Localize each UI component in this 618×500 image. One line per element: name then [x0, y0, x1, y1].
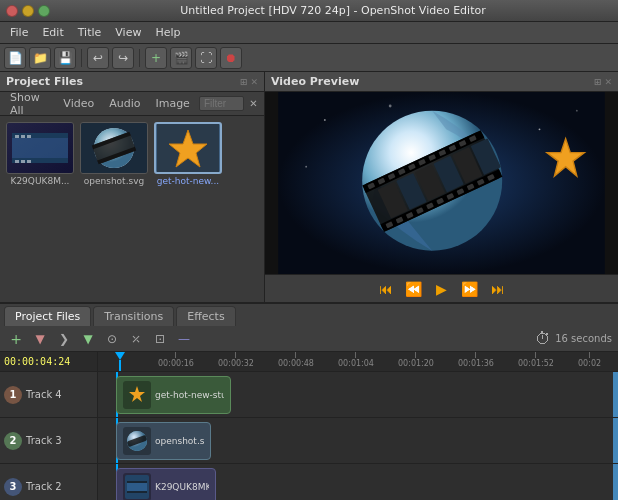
- tab-effects[interactable]: Effects: [176, 306, 235, 326]
- video-panel-resize-icon[interactable]: ⊞ ✕: [594, 77, 612, 87]
- timeline-tracks: 00:00:16 00:00:32 00:00:48 00:01:04 00:0…: [98, 352, 618, 500]
- svg-point-22: [576, 110, 578, 112]
- ruler-label-2: 00:00:48: [278, 359, 314, 368]
- playhead-arrow: [115, 352, 125, 360]
- timeline-content: 00:00:04:24 1 Track 4 2 Track 3 3 Track …: [0, 352, 618, 500]
- video-preview-panel: Video Preview ⊞ ✕: [265, 72, 618, 302]
- ruler-label-4: 00:01:20: [398, 359, 434, 368]
- center-playhead-button[interactable]: ⊙: [102, 329, 122, 349]
- file-label-1: openshot.svg: [84, 176, 144, 186]
- clip-name-2: K29QUK8MK5.png: [155, 482, 209, 492]
- jump-end-button[interactable]: ⏭: [488, 279, 508, 299]
- svg-rect-4: [15, 135, 19, 138]
- project-files-toolbar: Show All Video Audio Image ✕: [0, 92, 264, 116]
- play-button[interactable]: ▶: [432, 279, 452, 299]
- project-files-panel: Project Files ⊞ ✕ Show All Video Audio I…: [0, 72, 265, 302]
- toolbar-separator-1: [81, 49, 82, 67]
- jump-start-button[interactable]: ⏮: [376, 279, 396, 299]
- timeline: + ▼ ❯ ▼ ⊙ ⤫ ⊡ — ⏱ 16 seconds 00:00:04:24…: [0, 326, 618, 500]
- ruler-tick-3: [355, 352, 356, 358]
- main-area: Project Files ⊞ ✕ Show All Video Audio I…: [0, 72, 618, 302]
- timeline-ruler: 00:00:16 00:00:32 00:00:48 00:01:04 00:0…: [98, 352, 618, 372]
- ruler-mark-4: 00:01:20: [398, 352, 434, 368]
- ruler-tick-1: [235, 352, 236, 358]
- clip-get-hot[interactable]: get-hot-new-stuff.png: [116, 376, 231, 414]
- track-label-4: 1 Track 4: [0, 372, 97, 418]
- ruler-label-7: 00:02: [578, 359, 601, 368]
- timecode-value: 00:00:04:24: [4, 356, 70, 367]
- panel-resize-icon[interactable]: ⊞ ✕: [240, 77, 258, 87]
- track-num-2: 2: [4, 432, 22, 450]
- ruler-tick-5: [475, 352, 476, 358]
- export-button[interactable]: 🎬: [170, 47, 192, 69]
- video-controls: ⏮ ⏪ ▶ ⏩ ⏭: [265, 274, 618, 302]
- svg-rect-6: [27, 135, 31, 138]
- clear-filter-button[interactable]: ✕: [247, 96, 260, 112]
- file-item-0[interactable]: K29QUK8M...: [6, 122, 74, 186]
- new-button[interactable]: 📄: [4, 47, 26, 69]
- tab-project-files[interactable]: Project Files: [4, 306, 91, 326]
- timeline-btn-2[interactable]: ❯: [54, 329, 74, 349]
- file-label-2: get-hot-new...: [157, 176, 219, 186]
- track-label-2: 3 Track 2: [0, 464, 97, 500]
- maximize-button[interactable]: [38, 5, 50, 17]
- menu-title[interactable]: Title: [72, 24, 108, 41]
- timeline-btn-3[interactable]: ▼: [78, 329, 98, 349]
- track-blue-bar-4: [613, 372, 618, 417]
- window-title: Untitled Project [HDV 720 24p] - OpenSho…: [54, 4, 612, 17]
- file-item-2[interactable]: get-hot-new...: [154, 122, 222, 186]
- close-button[interactable]: [6, 5, 18, 17]
- rewind-button[interactable]: ⏪: [404, 279, 424, 299]
- track-num-3: 3: [4, 478, 22, 496]
- file-thumbnail-0: [6, 122, 74, 174]
- track-num-1: 1: [4, 386, 22, 404]
- add-track-button[interactable]: +: [6, 329, 26, 349]
- svg-rect-2: [12, 133, 68, 138]
- playhead-line-ruler: [119, 360, 121, 372]
- record-button[interactable]: ⏺: [220, 47, 242, 69]
- full-screen-button[interactable]: ⛶: [195, 47, 217, 69]
- ruler-label-1: 00:00:32: [218, 359, 254, 368]
- openshot-thumbnail-svg: [81, 123, 147, 173]
- undo-button[interactable]: ↩: [87, 47, 109, 69]
- svg-point-23: [305, 166, 307, 168]
- import-button[interactable]: +: [145, 47, 167, 69]
- tab-show-all[interactable]: Show All: [4, 89, 54, 119]
- svg-rect-64: [127, 491, 147, 493]
- minimize-button[interactable]: [22, 5, 34, 17]
- ruler-tick-2: [295, 352, 296, 358]
- file-thumbnail-1: [80, 122, 148, 174]
- menu-view[interactable]: View: [109, 24, 147, 41]
- menu-file[interactable]: File: [4, 24, 34, 41]
- clip-name-1: openshot.svg: [155, 436, 204, 446]
- svg-point-21: [539, 128, 541, 130]
- menu-help[interactable]: Help: [149, 24, 186, 41]
- toolbar-separator-2: [139, 49, 140, 67]
- video-screen[interactable]: [265, 92, 618, 274]
- open-button[interactable]: 📁: [29, 47, 51, 69]
- video-preview-header: Video Preview ⊞ ✕: [265, 72, 618, 92]
- video-preview-title: Video Preview: [271, 75, 359, 88]
- svg-rect-8: [21, 160, 25, 163]
- timeline-btn-5[interactable]: ⊡: [150, 329, 170, 349]
- fast-forward-button[interactable]: ⏩: [460, 279, 480, 299]
- timeline-btn-6[interactable]: —: [174, 329, 194, 349]
- remove-track-button[interactable]: ▼: [30, 329, 50, 349]
- clip-k29[interactable]: K29QUK8MK5.png: [116, 468, 216, 500]
- tab-image[interactable]: Image: [149, 95, 195, 112]
- snap-button[interactable]: ⤫: [126, 329, 146, 349]
- menu-edit[interactable]: Edit: [36, 24, 69, 41]
- filter-input[interactable]: [199, 96, 244, 111]
- track-row-3: openshot.svg: [98, 418, 618, 464]
- svg-rect-7: [15, 160, 19, 163]
- tab-transitions[interactable]: Transitions: [93, 306, 174, 326]
- tab-video[interactable]: Video: [57, 95, 100, 112]
- clip-openshot[interactable]: openshot.svg: [116, 422, 211, 460]
- ruler-label-0: 00:00:16: [158, 359, 194, 368]
- redo-button[interactable]: ↪: [112, 47, 134, 69]
- main-toolbar: 📄 📁 💾 ↩ ↪ + 🎬 ⛶ ⏺: [0, 44, 618, 72]
- track-name-2: Track 2: [26, 481, 62, 492]
- tab-audio[interactable]: Audio: [103, 95, 146, 112]
- save-button[interactable]: 💾: [54, 47, 76, 69]
- file-item-1[interactable]: openshot.svg: [80, 122, 148, 186]
